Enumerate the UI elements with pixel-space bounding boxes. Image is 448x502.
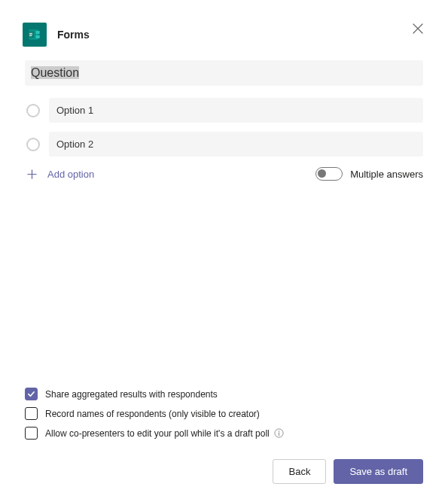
setting-label: Share aggregated results with respondent… [45,389,218,400]
add-option-label: Add option [47,169,94,180]
checkbox-share-results[interactable] [25,388,38,400]
option-input[interactable] [49,132,423,157]
form-content: Question Add option Multiple answers [0,60,448,181]
radio-icon [26,138,40,151]
question-placeholder-text: Question [31,66,79,79]
multiple-answers-toggle[interactable] [315,167,343,181]
plus-icon [26,167,47,181]
close-button[interactable] [410,21,425,36]
setting-label: Record names of respondents (only visibl… [45,409,260,419]
setting-label: Allow co-presenters to edit your poll wh… [45,428,270,439]
save-as-draft-button[interactable]: Save as draft [334,459,423,484]
checkbox-allow-copresenters[interactable] [25,427,38,440]
checkbox-record-names[interactable] [25,407,38,420]
setting-record-names: Record names of respondents (only visibl… [25,407,423,420]
options-footer: Add option Multiple answers [25,167,423,181]
settings-section: Share aggregated results with respondent… [25,388,423,446]
forms-logo-icon [23,23,47,47]
svg-point-5 [279,431,279,431]
question-input[interactable]: Question [25,60,423,86]
svg-rect-3 [36,35,40,38]
dialog-header: Forms [0,0,448,60]
setting-share-results: Share aggregated results with respondent… [25,388,423,400]
back-button[interactable]: Back [273,459,326,484]
radio-icon [26,104,40,117]
option-row [25,132,423,157]
svg-rect-2 [36,31,40,34]
option-input[interactable] [49,98,423,123]
add-option-button[interactable]: Add option [25,167,94,181]
setting-allow-copresenters: Allow co-presenters to edit your poll wh… [25,427,423,440]
checkmark-icon [27,390,35,398]
info-icon[interactable] [274,428,285,439]
multiple-answers-label: Multiple answers [350,169,423,180]
toggle-knob [318,169,326,178]
option-row [25,98,423,123]
dialog-footer: Back Save as draft [273,459,423,484]
app-title: Forms [57,29,90,41]
close-icon [413,23,423,34]
multiple-answers-setting: Multiple answers [315,167,423,181]
